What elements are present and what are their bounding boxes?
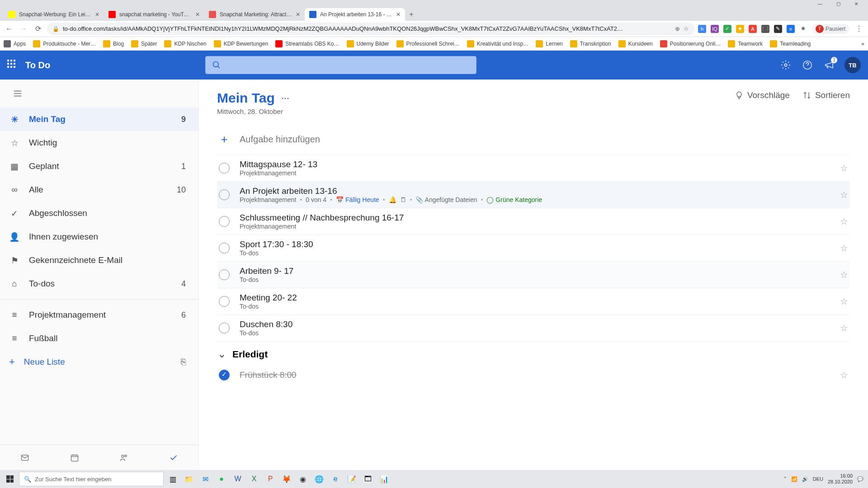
action-center-button[interactable]: 💬: [857, 476, 863, 482]
sidebar-item-my-day[interactable]: ☀ Mein Tag 9: [0, 108, 198, 131]
sort-button[interactable]: Sortieren: [802, 90, 850, 100]
bookmark-item[interactable]: KDP Bewertungen: [214, 40, 269, 47]
address-bar[interactable]: 🔒 to-do.office.com/tasks/id/AAMkADQ1YjVj…: [47, 23, 694, 35]
taskbar-app-powerpoint[interactable]: P: [263, 472, 278, 486]
sidebar-item-completed[interactable]: ✓ Abgeschlossen: [0, 202, 198, 225]
bookmark-item[interactable]: Positionierung Onli…: [660, 40, 721, 47]
sidebar-list-item[interactable]: ≡ Projektmanagement 6: [0, 303, 198, 327]
task-item[interactable]: Meeting 20- 22 To-dos ☆: [217, 288, 850, 315]
add-task-input[interactable]: + Aufgabe hinzufügen: [217, 128, 850, 155]
help-button[interactable]: [801, 59, 814, 71]
calendar-button[interactable]: [70, 453, 80, 463]
task-view-button[interactable]: ▥: [165, 472, 180, 486]
notifications-button[interactable]: 1: [823, 59, 835, 71]
wifi-icon[interactable]: 📶: [791, 476, 797, 482]
forward-button[interactable]: →: [18, 23, 29, 34]
taskbar-app-explorer[interactable]: 📁: [182, 472, 196, 486]
task-star-button[interactable]: ☆: [840, 269, 848, 280]
taskbar-app-firefox[interactable]: 🦊: [279, 472, 294, 486]
suggestions-button[interactable]: Vorschläge: [735, 90, 790, 100]
bookmark-item[interactable]: Transkription: [570, 40, 611, 47]
window-close-button[interactable]: ✕: [847, 0, 865, 7]
tab-close-button[interactable]: ✕: [396, 11, 401, 18]
browser-tab-active[interactable]: An Projekt arbeiten 13-16 - To D… ✕: [305, 8, 405, 21]
bookmark-item[interactable]: Lernen: [536, 40, 562, 47]
taskbar-app-obs[interactable]: ◉: [296, 472, 310, 486]
app-launcher-icon[interactable]: [7, 60, 18, 70]
task-complete-checkbox[interactable]: [219, 323, 230, 333]
sidebar-item-flagged[interactable]: ⚑ Gekennzeichnete E-Mail: [0, 249, 198, 272]
tab-close-button[interactable]: ✕: [296, 11, 300, 18]
bookmark-item[interactable]: Blog: [103, 40, 124, 47]
bookmark-item[interactable]: KDP Nischen: [164, 40, 206, 47]
task-complete-checkbox[interactable]: [219, 243, 230, 253]
sidebar-list-item[interactable]: ≡ Fußball: [0, 327, 198, 350]
taskbar-app-notepad[interactable]: 📝: [344, 472, 359, 486]
bookmark-item[interactable]: Professionell Schrei…: [396, 40, 460, 47]
new-list-button[interactable]: + Neue Liste ⎘: [0, 350, 198, 374]
bookmark-item[interactable]: Udemy Bilder: [347, 40, 389, 47]
more-options-button[interactable]: ⋯: [281, 93, 289, 103]
clock[interactable]: 16:00 28.10.2020: [828, 473, 853, 485]
bookmark-item[interactable]: Später: [131, 40, 157, 47]
bookmark-item[interactable]: Streamlabs OBS Ko…: [275, 40, 339, 47]
people-button[interactable]: [119, 453, 129, 463]
taskbar-app-excel[interactable]: X: [247, 472, 261, 486]
task-star-button[interactable]: ☆: [840, 216, 848, 227]
taskbar-app-chrome[interactable]: 🌐: [312, 472, 326, 486]
search-input[interactable]: [205, 56, 476, 74]
tab-close-button[interactable]: ✕: [195, 11, 200, 18]
extension-icon[interactable]: h: [698, 25, 706, 33]
taskbar-app-word[interactable]: W: [231, 472, 245, 486]
task-star-button[interactable]: ☆: [840, 323, 848, 333]
task-complete-checkbox[interactable]: [219, 189, 230, 200]
task-complete-checkbox[interactable]: [219, 296, 230, 307]
task-item[interactable]: Schlussmeeting // Nachbesprechung 16-17 …: [217, 208, 850, 235]
task-item-selected[interactable]: An Projekt arbeiten 13-16 Projektmanagem…: [217, 182, 850, 208]
task-complete-checkbox[interactable]: [219, 269, 230, 280]
app-title[interactable]: To Do: [25, 60, 50, 70]
taskbar-app-edge[interactable]: e: [328, 472, 343, 486]
new-group-icon[interactable]: ⎘: [181, 357, 186, 367]
extension-icon[interactable]: ⋮⋮: [761, 25, 769, 33]
taskbar-app-generic[interactable]: 📊: [377, 472, 392, 486]
task-star-button[interactable]: ☆: [840, 370, 848, 380]
bookmark-item[interactable]: Kursideen: [618, 40, 653, 47]
task-star-button[interactable]: ☆: [840, 189, 848, 200]
task-star-button[interactable]: ☆: [840, 163, 848, 174]
reload-button[interactable]: ⟳: [33, 23, 43, 34]
tab-close-button[interactable]: ✕: [95, 11, 99, 18]
sidebar-toggle-button[interactable]: [0, 80, 198, 104]
browser-tab[interactable]: snapchat marketing - YouTube ✕: [104, 8, 204, 21]
taskbar-search-input[interactable]: 🔍 Zur Suche Text hier eingeben: [19, 472, 164, 486]
star-icon[interactable]: ☆: [684, 25, 689, 32]
taskbar-app-spotify[interactable]: ●: [214, 472, 229, 486]
window-minimize-button[interactable]: —: [811, 0, 829, 7]
task-item[interactable]: Arbeiten 9- 17 To-dos ☆: [217, 262, 850, 288]
mail-button[interactable]: [20, 453, 30, 463]
task-star-button[interactable]: ☆: [840, 296, 848, 307]
bookmark-item[interactable]: Teamwork: [728, 40, 763, 47]
volume-icon[interactable]: 🔊: [802, 476, 808, 482]
extension-icon[interactable]: ★: [736, 25, 744, 33]
new-tab-button[interactable]: +: [405, 8, 418, 21]
browser-tab[interactable]: Snapchat Marketing: Attract New… ✕: [204, 8, 305, 21]
taskbar-app-mail[interactable]: ✉: [198, 472, 212, 486]
back-button[interactable]: ←: [4, 23, 14, 34]
sidebar-item-important[interactable]: ☆ Wichtig: [0, 131, 198, 155]
bookmark-item[interactable]: Teamleading: [770, 40, 811, 47]
extension-icon[interactable]: IQ: [711, 25, 719, 33]
completed-section-header[interactable]: ⌄ Erledigt: [217, 342, 850, 365]
extension-icon[interactable]: ✓: [723, 25, 731, 33]
task-complete-checkbox[interactable]: [219, 216, 230, 227]
zoom-icon[interactable]: ⊕: [675, 25, 680, 32]
profile-chip[interactable]: T Pausiert: [812, 24, 849, 34]
window-maximize-button[interactable]: ▢: [829, 0, 847, 7]
menu-button[interactable]: ⋮: [854, 23, 864, 34]
sidebar-item-assigned[interactable]: 👤 Ihnen zugewiesen: [0, 225, 198, 249]
start-button[interactable]: [1, 470, 19, 488]
tray-overflow-button[interactable]: ˄: [784, 476, 787, 482]
task-star-button[interactable]: ☆: [840, 243, 848, 253]
extensions-menu-icon[interactable]: ✱: [799, 25, 807, 33]
bookmark-apps[interactable]: Apps: [4, 40, 26, 47]
